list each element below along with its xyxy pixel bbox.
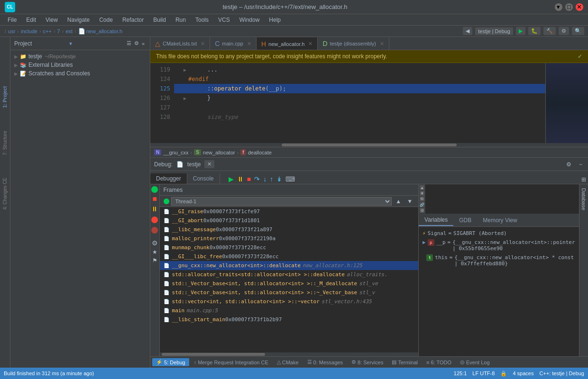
debug-button[interactable]: 🐛 — [528, 27, 541, 35]
maximize-button[interactable]: □ — [565, 3, 573, 11]
bottom-tab-cmake[interactable]: △ CMake — [273, 358, 303, 366]
frame-item-8[interactable]: 📄 std::_Vector_base<int, std::allocator<… — [160, 279, 419, 288]
tree-item-external[interactable]: ▶ 📚 External Libraries — [10, 61, 150, 69]
step-out-button[interactable]: ↑ — [269, 174, 274, 184]
menu-item-edit[interactable]: Edit — [22, 16, 40, 24]
frame-item-0[interactable]: 📄 __GI_raise 0x00007f373f1cfe97 — [160, 207, 419, 216]
expand-icon-p[interactable]: ▶ — [423, 239, 426, 245]
debug-minimize-button[interactable]: − — [577, 160, 584, 169]
resume-button[interactable]: ▶ — [228, 174, 235, 184]
stop-button[interactable]: ■ — [246, 174, 252, 184]
var-scroll-settings[interactable]: ⚙ — [420, 208, 424, 213]
run-to-cursor-button[interactable]: ↡ — [276, 174, 283, 184]
breadcrumb-usr[interactable]: usr — [8, 28, 15, 34]
frame-item-9[interactable]: 📄 std::_Vector_base<int, std::allocator<… — [160, 288, 419, 297]
menu-item-help[interactable]: Help — [265, 16, 285, 24]
close-tab-allocator[interactable]: ✕ — [308, 41, 312, 47]
bottom-tab-services[interactable]: ⚙ 8: Services — [348, 358, 387, 366]
changes-tab[interactable]: 4: Changes CE — [1, 176, 9, 212]
tree-item-scratches[interactable]: ▶ 📝 Scratches and Consoles — [10, 69, 150, 78]
star-indicator[interactable]: ★ — [152, 249, 157, 255]
build-button[interactable]: 🔨 — [543, 27, 556, 35]
frame-item-4[interactable]: 📄 munmap_chunk 0x00007f373f228ecc — [160, 243, 419, 252]
menu-item-file[interactable]: File — [4, 16, 20, 24]
close-tab-main[interactable]: ✕ — [247, 41, 251, 47]
project-gear-button[interactable]: ⚙ — [133, 39, 140, 47]
menu-item-window[interactable]: Window — [236, 16, 264, 24]
menu-item-build[interactable]: Build — [149, 16, 170, 24]
code-editor[interactable]: 119 124 125 126 127 128 ▶ ... #endif — [150, 63, 588, 143]
pause-indicator[interactable]: ⏸ — [151, 205, 158, 213]
tab-maincpp[interactable]: C main.cpp ✕ — [210, 37, 257, 50]
project-settings-button[interactable]: ☰ — [125, 39, 133, 47]
menu-item-vcs[interactable]: VCS — [214, 16, 234, 24]
breakpoint-indicator[interactable] — [151, 217, 158, 223]
breadcrumb-filename[interactable]: new_allocator.h — [86, 28, 122, 34]
breadcrumb-7[interactable]: 7 — [57, 28, 60, 34]
var-scroll-link[interactable]: 🔗 — [420, 202, 424, 207]
frame-item-3[interactable]: 📄 malloc_printerr 0x00007f373f22190a — [160, 234, 419, 243]
step-over-button[interactable]: ↷ — [253, 174, 261, 184]
settings-button[interactable]: ⚙ — [559, 27, 569, 35]
debug-settings-button[interactable]: ⚙ — [564, 160, 573, 169]
fold-btn-119[interactable]: ▶ — [184, 67, 186, 72]
menu-item-tools[interactable]: Tools — [192, 16, 212, 24]
bottom-tab-messages[interactable]: ☰ 0: Messages — [303, 358, 347, 366]
project-tab[interactable]: 1: Project — [1, 84, 9, 110]
menu-item-refactor[interactable]: Refactor — [119, 16, 147, 24]
frame-item-11[interactable]: 📄 main main.cpp:5 — [160, 306, 419, 315]
frame-item-12[interactable]: 📄 __libc_start_main 0x00007f373f1b2b97 — [160, 315, 419, 324]
database-tab[interactable]: Database — [580, 186, 588, 212]
warning-checkmark[interactable]: ✓ — [578, 53, 582, 60]
tab-cmakelists[interactable]: △ CMakeLists.txt ✕ — [150, 37, 210, 50]
run-config-button[interactable]: testje | Debug — [475, 27, 513, 35]
bookmark-indicator[interactable]: ⚑ — [152, 257, 157, 264]
bottom-tab-merge[interactable]: ↑ Merge Request Integration CE — [190, 359, 272, 366]
step-into-button[interactable]: ↓ — [262, 174, 267, 184]
thread-dropdown[interactable]: Thread-1 — [171, 197, 392, 206]
var-scroll-down[interactable]: ▼ — [420, 191, 424, 196]
debug-tab-console[interactable]: Console — [187, 173, 220, 184]
evaluate-button[interactable]: ⌨ — [285, 174, 296, 184]
bottom-tab-terminal[interactable]: ▤ Terminal — [388, 358, 422, 366]
frames-scrollbar[interactable] — [160, 352, 419, 356]
pause-button[interactable]: ⏸ — [236, 174, 245, 184]
var-p[interactable]: ▶ p __p = {__gnu_cxx::new_allocator<int>… — [419, 238, 579, 253]
breadcrumb-include[interactable]: include — [21, 28, 37, 34]
menu-item-code[interactable]: Code — [95, 16, 117, 24]
var-scroll-copy[interactable]: ⧉ — [420, 197, 424, 201]
thread-up-button[interactable]: ▲ — [394, 197, 403, 206]
frame-item-6[interactable]: 📄 __gnu_cxx::new_allocator<int>::dealloc… — [160, 261, 419, 270]
frame-item-1[interactable]: 📄 __GI_abort 0x00007f373f1d1801 — [160, 216, 419, 225]
debug-tab-debugger[interactable]: Debugger — [150, 173, 187, 184]
menu-item-run[interactable]: Run — [172, 16, 190, 24]
close-tab-dis[interactable]: ✕ — [380, 41, 384, 47]
bottom-tab-debug[interactable]: ⚡ 5: Debug — [152, 358, 189, 366]
run-button[interactable]: ▶ — [516, 27, 525, 35]
gear-indicator[interactable]: ⚙ — [152, 239, 158, 247]
nav-back-button[interactable]: ◀ — [463, 27, 472, 35]
bottom-tab-todo[interactable]: ≡ 6: TODO — [423, 359, 455, 366]
fold-btn-126[interactable]: ▶ — [184, 96, 186, 101]
frame-item-5[interactable]: 📄 __GI___libc_free 0x00007f373f228ecc — [160, 252, 419, 261]
tab-new-allocator[interactable]: H new_allocator.h ✕ — [257, 37, 318, 50]
minimize-button[interactable]: ▾ — [555, 3, 562, 11]
frame-item-10[interactable]: 📄 std::vector<int, std::allocator<int> >… — [160, 297, 419, 306]
var-tab-gdb[interactable]: GDB — [453, 215, 477, 226]
var-this[interactable]: t this = {__gnu_cxx::new_allocator<int> … — [419, 253, 579, 268]
frames-scrollbar-thumb[interactable] — [162, 353, 265, 356]
menu-item-navigate[interactable]: Navigate — [64, 16, 93, 24]
breadcrumb-ext[interactable]: ext — [65, 28, 73, 34]
debug-layout-button[interactable]: ⊞ — [579, 175, 588, 184]
stop-indicator[interactable]: ■ — [152, 195, 157, 203]
window-controls[interactable]: ▾ □ ✕ — [555, 3, 583, 11]
var-scroll-up[interactable]: ▲ — [420, 185, 424, 190]
scrollbar-thumb-h[interactable] — [282, 144, 457, 146]
var-tab-memory[interactable]: Memory View — [477, 215, 523, 226]
bottom-tab-eventlog[interactable]: ◎ Event Log — [456, 358, 494, 366]
tab-disassembly[interactable]: D testje (disassembly) ✕ — [318, 37, 389, 50]
close-button[interactable]: ✕ — [576, 3, 583, 11]
thread-down-button[interactable]: ▼ — [405, 197, 414, 206]
breadcrumb-cpp[interactable]: c++ — [43, 28, 52, 34]
project-dropdown-icon[interactable]: ▾ — [69, 40, 72, 47]
